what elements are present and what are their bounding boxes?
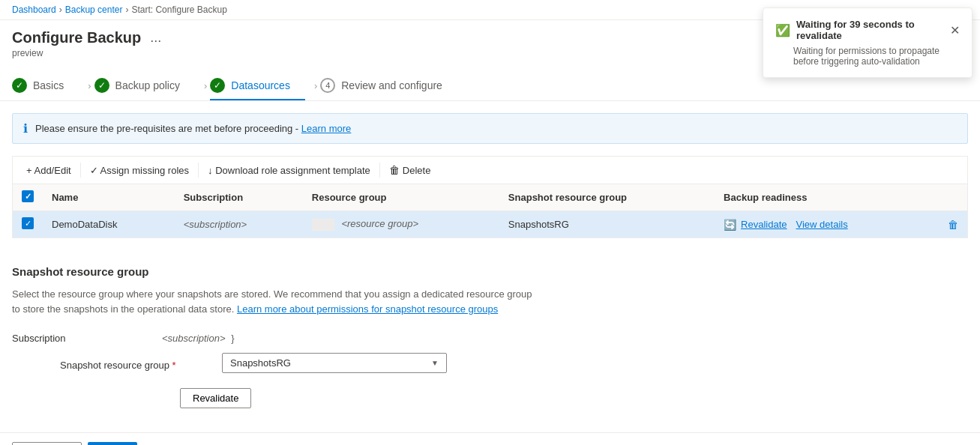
tab-datasources-icon: ✓	[210, 78, 225, 93]
tab-review[interactable]: 4 Review and configure	[320, 70, 457, 100]
add-edit-button[interactable]: + Add/Edit	[20, 162, 77, 179]
breadcrumb-dashboard[interactable]: Dashboard	[12, 4, 56, 15]
tab-backup-policy-label: Backup policy	[115, 79, 180, 91]
info-icon: ℹ	[23, 121, 28, 136]
row-checkbox[interactable]	[22, 217, 34, 229]
tab-review-icon: 4	[320, 78, 335, 93]
assign-roles-label: ✓ Assign missing roles	[90, 165, 189, 176]
info-banner-link[interactable]: Learn more	[301, 123, 351, 134]
snapshot-rg-value: SnapshotsRG	[230, 357, 291, 369]
snapshot-rg-group: Snapshot resource group * SnapshotsRG ▼	[12, 353, 968, 373]
revalidate-status-icon: 🔄	[724, 219, 736, 231]
snapshot-section-desc: Select the resource group where your sna…	[12, 287, 968, 316]
download-label: ↓ Download role assignment template	[208, 165, 370, 176]
notification-popup: ✅ Waiting for 39 seconds to revalidate ✕…	[763, 7, 973, 78]
subscription-row: Subscription <subscription> }	[12, 328, 968, 344]
snapshot-section-title: Snapshot resource group	[12, 265, 968, 278]
col-snapshot-rg: Snapshot resource group	[499, 184, 715, 211]
tab-backup-policy[interactable]: ✓ Backup policy	[94, 70, 195, 100]
data-table: Name Subscription Resource group Snapsho…	[12, 184, 968, 238]
tab-datasources-label: Datasources	[231, 79, 290, 91]
subscription-value: <subscription> }	[162, 328, 235, 344]
add-edit-label: + Add/Edit	[26, 165, 71, 176]
notification-body: Waiting for permissions to propagate bef…	[775, 46, 960, 67]
row-delete-icon[interactable]: 🗑	[948, 219, 958, 231]
download-template-button[interactable]: ↓ Download role assignment template	[202, 162, 376, 179]
page-title: Configure Backup	[12, 29, 141, 46]
next-button[interactable]: Next	[88, 442, 138, 445]
table-row: DemoDataDisk <subscription> <resource gr…	[13, 211, 968, 238]
notification-success-icon: ✅	[775, 23, 790, 37]
notification-close-button[interactable]: ✕	[950, 23, 960, 37]
delete-button[interactable]: 🗑 Delete	[383, 161, 437, 179]
col-backup-readiness: Backup readiness	[715, 184, 939, 211]
row-name: DemoDataDisk	[43, 211, 175, 238]
revalidate-link[interactable]: Revalidate	[741, 219, 787, 230]
row-resource-group: <resource group>	[303, 211, 499, 238]
tab-basics-icon: ✓	[12, 78, 27, 93]
tab-backup-policy-icon: ✓	[94, 78, 109, 93]
snapshot-rg-select[interactable]: SnapshotsRG ▼	[222, 353, 447, 373]
delete-icon: 🗑	[389, 164, 400, 176]
row-subscription: <subscription>	[175, 211, 303, 238]
content-area: ℹ Please ensure the pre-requisites are m…	[0, 101, 980, 432]
row-readiness: 🔄 Revalidate View details	[715, 211, 939, 238]
snapshot-section: Snapshot resource group Select the resou…	[12, 253, 968, 420]
view-details-link[interactable]: View details	[796, 219, 848, 230]
col-resource-group: Resource group	[303, 184, 499, 211]
info-banner-text: Please ensure the pre-requisites are met…	[35, 123, 298, 134]
breadcrumb-current: Start: Configure Backup	[131, 4, 226, 15]
footer: Previous Next	[0, 432, 980, 445]
tab-basics-label: Basics	[33, 79, 64, 91]
row-snapshot-rg: SnapshotsRG	[499, 211, 715, 238]
subscription-label: Subscription	[12, 328, 162, 344]
notification-title: Waiting for 39 seconds to revalidate	[796, 19, 950, 41]
tab-datasources[interactable]: ✓ Datasources	[210, 70, 305, 100]
snapshot-rg-label: Snapshot resource group *	[60, 355, 210, 371]
info-banner: ℹ Please ensure the pre-requisites are m…	[12, 113, 968, 144]
chevron-down-icon: ▼	[431, 359, 439, 367]
snapshot-learn-more-link[interactable]: Learn more about permissions for snapsho…	[237, 303, 498, 315]
revalidate-button[interactable]: Revalidate	[180, 388, 251, 408]
more-options-button[interactable]: ...	[147, 30, 164, 46]
tab-basics[interactable]: ✓ Basics	[12, 70, 79, 100]
toolbar: + Add/Edit ✓ Assign missing roles ↓ Down…	[12, 156, 968, 184]
previous-button[interactable]: Previous	[12, 442, 82, 445]
col-name: Name	[43, 184, 175, 211]
tab-review-label: Review and configure	[341, 79, 442, 91]
breadcrumb-backup-center[interactable]: Backup center	[65, 4, 123, 15]
delete-label: Delete	[403, 165, 431, 176]
assign-roles-button[interactable]: ✓ Assign missing roles	[84, 162, 195, 179]
col-subscription: Subscription	[175, 184, 303, 211]
select-all-checkbox[interactable]	[22, 190, 34, 202]
